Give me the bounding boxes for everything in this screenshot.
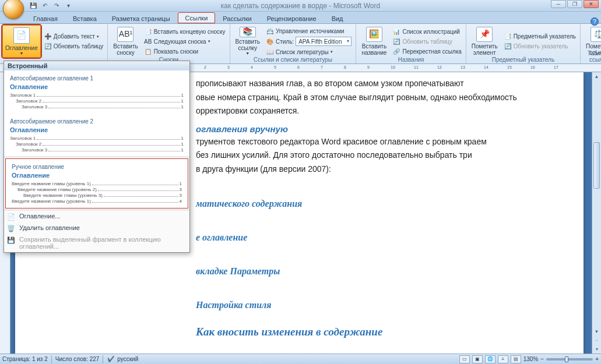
group-index: 📌 Пометить элемент 📑Предметный указатель… (466, 24, 581, 63)
tab-view[interactable]: Вид (324, 13, 351, 23)
heading: е оглавление (196, 232, 543, 243)
heading: матического содержания (196, 199, 543, 209)
endnote-icon: 📑 (144, 27, 152, 36)
prev-page-button[interactable]: ◦ (592, 336, 601, 345)
tof-icon: 📊 (392, 27, 400, 36)
toc-gallery-dropdown: Встроенный Автособираемое оглавление 1 О… (3, 61, 190, 253)
zoom-in-button[interactable]: + (595, 356, 599, 362)
outline-view-button[interactable]: ≡ (498, 355, 508, 363)
citation-style-select[interactable]: 🎨 Стиль: APA Fifth Edition (264, 36, 354, 47)
toc-gallery-header: Встроенный (4, 61, 189, 70)
save-toc-menuitem: 💾 Сохранить выделенный фрагмент в коллек… (4, 234, 189, 252)
toc-preview-title: Оглавление (12, 172, 182, 179)
remove-toc-menuitem[interactable]: 🗑️ Удалить оглавление (4, 222, 189, 234)
insert-footnote-button[interactable]: AB¹ Вставить сноску (110, 25, 140, 58)
window-controls: ─ ❐ ✕ (551, 0, 599, 8)
update-index-button[interactable]: 🔄Обновить указатель (502, 42, 578, 51)
mark-citation-icon: ⚖️ (591, 27, 601, 42)
heading: Как вносить изменения в содержание (196, 326, 543, 338)
cross-reference-button[interactable]: 🔗Перекрестная ссылка (391, 47, 463, 56)
scroll-down-button[interactable]: ▼ (592, 327, 601, 336)
tab-mailings[interactable]: Рассылки (215, 13, 259, 23)
language-status[interactable]: русский (117, 356, 138, 362)
close-button[interactable]: ✕ (584, 0, 599, 8)
zoom-level[interactable]: 130% (523, 356, 539, 362)
show-footnotes-button[interactable]: 📋Показать сноски (142, 47, 227, 56)
group-citations-label: Ссылки и списки литературы (230, 56, 356, 63)
scroll-thumb[interactable] (593, 142, 600, 189)
scroll-up-button[interactable]: ▲ (592, 72, 601, 81)
ribbon-tabs: Главная Вставка Разметка страницы Ссылки… (0, 12, 601, 23)
group-index-label: Предметный указатель (466, 56, 580, 63)
save-icon[interactable]: 💾 (28, 1, 38, 10)
show-notes-icon: 📋 (144, 47, 152, 55)
insert-toc-menuitem[interactable]: 📄 Оглавление... (4, 210, 189, 222)
toc-auto2-preview[interactable]: Автособираемое оглавление 2 Оглавление З… (4, 114, 189, 157)
group-footnotes: AB¹ Вставить сноску 📑Вставить концевую с… (108, 24, 230, 63)
zoom-slider[interactable] (546, 358, 593, 361)
group-captions: 🖼️ Вставить название 📊Список иллюстраций… (356, 24, 466, 63)
insert-index-button[interactable]: 📑Предметный указатель (502, 32, 578, 41)
zoom-thumb[interactable] (565, 356, 568, 362)
help-icon[interactable]: ? (591, 17, 599, 26)
toc-auto1-preview[interactable]: Автособираемое оглавление 1 Оглавление З… (4, 70, 189, 114)
group-toa: ⚖️ Пометить ссылку Таблица ссылок (581, 24, 601, 63)
mark-entry-button[interactable]: 📌 Пометить элемент (469, 25, 501, 58)
remove-toc-icon: 🗑️ (6, 224, 16, 233)
save-toc-icon: 💾 (6, 235, 16, 245)
manage-sources-button[interactable]: 📇Управление источниками (264, 26, 354, 36)
tab-insert[interactable]: Вставка (65, 13, 104, 23)
vertical-scrollbar[interactable]: ▲ ▼ ◦ ▾ (592, 72, 601, 354)
insert-citation-button[interactable]: 📚 Вставить ссылку ▼ (233, 25, 263, 58)
maximize-button[interactable]: ❐ (567, 0, 582, 8)
fullscreen-view-button[interactable]: ▣ (472, 355, 483, 363)
body-text: овые номера страниц. Край в этом случае … (196, 92, 543, 104)
undo-icon[interactable]: ↶ (40, 1, 50, 10)
toc-manual-caption: Ручное оглавление (12, 162, 182, 170)
next-footnote-icon: AB (144, 37, 152, 45)
word-count[interactable]: Число слов: 227 (55, 356, 100, 362)
tab-references[interactable]: Ссылки (178, 12, 216, 23)
body-text: трументов текстового редактора Word крас… (196, 136, 543, 148)
style-combo[interactable]: APA Fifth Edition (296, 37, 352, 46)
table-of-figures-button[interactable]: 📊Список иллюстраций (391, 27, 463, 36)
page-status[interactable]: Страница: 1 из 2 (2, 356, 48, 362)
group-captions-label: Названия (356, 56, 465, 63)
insert-endnote-button[interactable]: 📑Вставить концевую сноску (142, 27, 227, 36)
insert-citation-label: Вставить ссылку (236, 38, 260, 51)
bibliography-button[interactable]: 📖Список литературы▾ (264, 47, 354, 56)
print-layout-view-button[interactable]: ▭ (459, 355, 470, 363)
minimize-button[interactable]: ─ (551, 0, 566, 8)
insert-footnote-label: Вставить сноску (113, 43, 138, 56)
update-tof-button[interactable]: 🔄Обновить таблицу (391, 37, 463, 46)
window-title: как сделать содержание в ворде - Microso… (221, 2, 380, 10)
bibliography-icon: 📖 (266, 48, 274, 56)
qat-dropdown-icon[interactable]: ▾ (63, 1, 73, 10)
ribbon: 📄 Оглавление ▼ ➕Добавить текст▾ 🔄Обновит… (0, 23, 601, 64)
insert-caption-button[interactable]: 🖼️ Вставить название (359, 25, 389, 58)
insert-caption-label: Вставить название (361, 43, 386, 56)
tab-review[interactable]: Рецензирование (259, 13, 324, 23)
update-table-button[interactable]: 🔄Обновить таблицу (42, 42, 106, 51)
tab-home[interactable]: Главная (26, 13, 65, 23)
mark-entry-icon: 📌 (476, 27, 493, 42)
zoom-out-button[interactable]: − (540, 356, 544, 362)
toc-preview-title: Оглавление (10, 83, 184, 90)
heading: оглавления вручную (196, 124, 543, 134)
next-page-button[interactable]: ▾ (592, 345, 601, 354)
proofing-icon[interactable]: ✔️ (107, 355, 115, 363)
draft-view-button[interactable]: ▤ (511, 355, 521, 363)
toc-manual-preview[interactable]: Ручное оглавление Оглавление Введите наз… (5, 158, 188, 208)
heading: вкладке Параметры (196, 266, 543, 277)
tab-page-layout[interactable]: Разметка страницы (104, 13, 178, 23)
toc-auto2-caption: Автособираемое оглавление 2 (10, 117, 184, 125)
add-text-button[interactable]: ➕Добавить текст▾ (42, 32, 106, 41)
redo-icon[interactable]: ↷ (51, 1, 62, 10)
web-view-button[interactable]: 🌐 (485, 355, 495, 363)
body-text: орректировки сохраняется. (196, 105, 543, 117)
update-index-icon: 🔄 (504, 43, 512, 51)
next-footnote-button[interactable]: ABСледующая сноска▾ (142, 37, 227, 46)
toc-icon: 📄 (13, 27, 30, 44)
toc-button[interactable]: 📄 Оглавление ▼ (2, 25, 41, 58)
add-text-icon: ➕ (44, 33, 52, 41)
